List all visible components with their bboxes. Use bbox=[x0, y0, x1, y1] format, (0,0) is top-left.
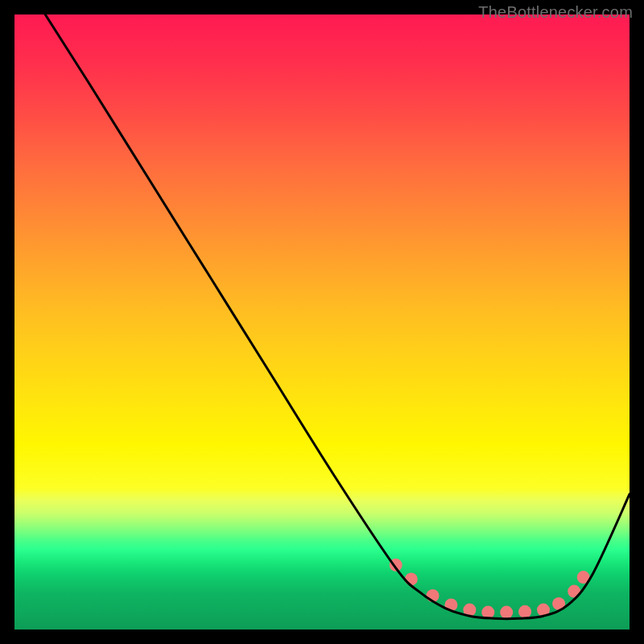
optimal-dot bbox=[500, 606, 513, 619]
plot-area bbox=[14, 14, 630, 630]
optimal-dot bbox=[405, 572, 418, 585]
chart-container: TheBottlenecker.com bbox=[0, 0, 644, 644]
bottleneck-curve bbox=[45, 14, 630, 619]
watermark-text: TheBottlenecker.com bbox=[478, 3, 633, 22]
chart-svg bbox=[14, 14, 630, 630]
optimal-dot bbox=[518, 605, 531, 618]
